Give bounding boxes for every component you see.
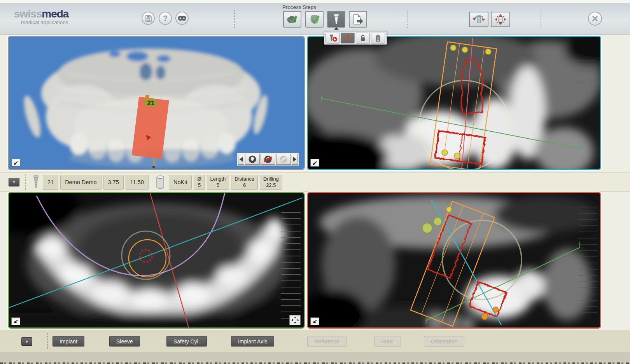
drilling-label: Drilling bbox=[263, 176, 279, 182]
pan-control[interactable] bbox=[289, 315, 301, 325]
step-approve-plan-button[interactable] bbox=[305, 11, 324, 28]
toolbar-separator bbox=[541, 10, 541, 28]
save-icon bbox=[145, 15, 152, 22]
delete-implant-button[interactable] bbox=[371, 33, 385, 44]
sleeve-diameter-value: 5 bbox=[198, 182, 201, 188]
implant-name-cell[interactable]: Demo Demo bbox=[60, 175, 101, 190]
sleeve-diameter-cell[interactable]: Ø 5 bbox=[194, 175, 205, 190]
clip-plane-button[interactable] bbox=[261, 154, 275, 165]
bone-visibility-button[interactable] bbox=[245, 154, 260, 165]
diameter-symbol: Ø bbox=[197, 176, 201, 182]
viewport-3d[interactable]: 21 bbox=[8, 36, 305, 170]
left-arrow-icon bbox=[240, 157, 243, 162]
drilling-cell[interactable]: Drilling 22.5 bbox=[260, 175, 282, 190]
lock-icon bbox=[359, 34, 366, 42]
length-label: Length bbox=[210, 176, 226, 182]
translate-implant-button[interactable] bbox=[491, 12, 510, 27]
validate-data-icon bbox=[286, 14, 299, 25]
rotate-implant-icon bbox=[472, 14, 486, 25]
implant-diameter-cell[interactable]: 3.75 bbox=[103, 175, 124, 190]
toggle-implant-button[interactable]: Implant bbox=[52, 336, 84, 347]
dropdown-arrow-icon: ▾ bbox=[26, 340, 28, 344]
implant-list-dropdown[interactable]: ▾ bbox=[9, 178, 19, 186]
logo-part-meda: meda bbox=[42, 8, 68, 20]
step-validate-data-button[interactable] bbox=[283, 11, 301, 28]
main-toolbar: swissmeda medical applications ? Process… bbox=[0, 3, 630, 35]
drilling-value: 22.5 bbox=[266, 182, 276, 188]
move-implant-button[interactable] bbox=[341, 33, 355, 44]
add-implant-button[interactable] bbox=[326, 33, 340, 44]
kit-cell[interactable]: NoKit bbox=[169, 175, 192, 190]
distance-cell[interactable]: Distance 6 bbox=[231, 175, 258, 190]
app-logo: swissmeda medical applications bbox=[14, 9, 68, 25]
close-button[interactable] bbox=[588, 12, 602, 26]
sleeve-length-value: 5 bbox=[217, 182, 219, 188]
toggle-safety-cyl-button[interactable]: Safety Cyl. bbox=[166, 336, 207, 347]
add-implant-icon bbox=[327, 34, 338, 42]
expand-icon bbox=[312, 160, 318, 165]
process-steps-label: Process Steps bbox=[282, 4, 316, 10]
3d-view-options-bar bbox=[237, 153, 299, 166]
overlay-dropdown[interactable]: ▾ bbox=[21, 337, 32, 346]
help-button[interactable]: ? bbox=[159, 12, 172, 25]
clip-disabled-icon bbox=[264, 155, 272, 164]
implant-tools-popup bbox=[324, 31, 387, 45]
logo-part-swiss: swiss bbox=[14, 8, 42, 20]
expand-viewport-button[interactable] bbox=[11, 159, 20, 167]
app-window: swissmeda medical applications ? Process… bbox=[0, 0, 630, 364]
bone-view-icon bbox=[248, 155, 257, 164]
expand-viewport-button[interactable] bbox=[310, 317, 319, 325]
overlay-toggle-bar: ▾ Implant Sleeve Safety Cyl. Implant Axi… bbox=[0, 330, 630, 352]
four-way-arrows-icon bbox=[291, 316, 299, 324]
window-top-strip bbox=[0, 0, 630, 3]
popup-callout-arrow bbox=[334, 27, 339, 30]
implant-label: 21 bbox=[147, 99, 155, 107]
scan-edge-texture bbox=[0, 362, 630, 364]
toggle-orientation-button[interactable]: Orientation bbox=[424, 336, 464, 347]
toolbar-separator bbox=[407, 10, 408, 28]
expand-icon bbox=[312, 319, 318, 324]
double-circles-icon bbox=[177, 15, 187, 21]
implant-step-icon bbox=[332, 13, 340, 25]
toggle-reference-button[interactable]: Reference bbox=[307, 336, 346, 347]
coronal-ct-scene bbox=[308, 37, 600, 169]
trash-icon bbox=[374, 34, 382, 42]
distance-value: 6 bbox=[243, 182, 246, 188]
move-implant-icon bbox=[343, 34, 352, 42]
prev-view-button[interactable] bbox=[238, 154, 244, 165]
viewport-axial[interactable] bbox=[8, 192, 305, 329]
rotate-implant-button[interactable] bbox=[469, 12, 488, 27]
toggle-ruler-button[interactable]: Ruler bbox=[374, 336, 401, 347]
dropdown-arrow-icon: ▾ bbox=[13, 180, 15, 184]
logo-subtitle: medical applications bbox=[21, 20, 68, 25]
sleeve-length-cell[interactable]: Length 5 bbox=[207, 175, 229, 190]
sleeve-icon bbox=[154, 175, 167, 190]
expand-icon bbox=[13, 160, 19, 165]
implant-length-cell[interactable]: 11.50 bbox=[126, 175, 149, 190]
expand-viewport-button[interactable] bbox=[11, 317, 20, 325]
toggle-sleeve-button[interactable]: Sleeve bbox=[109, 336, 140, 347]
info-bar-separator bbox=[25, 174, 26, 190]
toolbar-separator bbox=[234, 10, 235, 28]
step-implant-planning-button[interactable] bbox=[327, 11, 345, 28]
scan-visibility-button[interactable] bbox=[276, 154, 291, 165]
implant-info-bar: ▾ 21 Demo Demo 3.75 11.50 NoKit Ø 5 Leng… bbox=[0, 172, 630, 192]
lock-implant-button[interactable] bbox=[356, 33, 370, 44]
step-export-button[interactable] bbox=[349, 11, 367, 28]
next-view-button[interactable] bbox=[292, 154, 298, 165]
double-circles-button[interactable] bbox=[175, 12, 189, 25]
export-icon bbox=[352, 14, 364, 25]
implant-icon bbox=[31, 175, 41, 190]
disabled-view-icon bbox=[279, 155, 288, 164]
toggle-implant-axis-button[interactable]: Implant Axis bbox=[231, 336, 274, 347]
toggle-bar-separator bbox=[47, 333, 48, 349]
tooth-position-cell[interactable]: 21 bbox=[43, 175, 58, 190]
expand-viewport-button[interactable] bbox=[310, 159, 319, 167]
viewport-sagittal[interactable] bbox=[307, 192, 601, 329]
close-icon bbox=[591, 15, 599, 23]
save-button[interactable] bbox=[142, 12, 155, 25]
approve-plan-icon bbox=[309, 14, 320, 25]
axial-ct-scene bbox=[9, 193, 304, 327]
viewport-coronal[interactable] bbox=[307, 36, 601, 170]
help-icon: ? bbox=[163, 14, 168, 23]
